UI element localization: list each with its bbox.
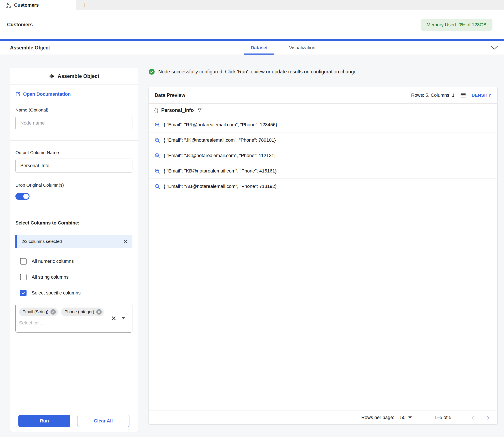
- clear-selection-icon[interactable]: ✕: [123, 238, 128, 245]
- name-field-label: Name (Optional): [15, 108, 132, 113]
- next-page-button[interactable]: ›: [487, 414, 489, 421]
- workflow-icon: [6, 2, 11, 8]
- config-actions: Run Clear All: [18, 415, 129, 427]
- checkbox-box[interactable]: [20, 274, 27, 280]
- preview-meta: Rows: 5, Columns: 1 DENSITY: [411, 92, 491, 98]
- results-column: Node successfully configured. Click 'Run…: [148, 68, 498, 425]
- browser-tab-bar: Customers +: [0, 0, 504, 10]
- assemble-object-config-panel: Assemble Object Open Documentation Name …: [10, 68, 138, 432]
- zoom-in-icon[interactable]: [154, 137, 160, 143]
- combine-columns-label: Select Columns to Combine:: [15, 220, 132, 226]
- node-name-input[interactable]: [15, 116, 132, 130]
- divider: [10, 210, 138, 210]
- tab-dataset[interactable]: Dataset: [244, 41, 274, 55]
- drop-original-toggle[interactable]: [15, 193, 29, 200]
- output-column-label: Output Column Name: [15, 150, 132, 155]
- workflow-tab[interactable]: Customers: [0, 0, 76, 10]
- checkbox-select-specific[interactable]: Select specific columns: [15, 288, 132, 298]
- config-panel-header: Assemble Object: [10, 68, 138, 85]
- main-content: Assemble Object Open Documentation Name …: [0, 55, 504, 437]
- rows-columns-count: Rows: 5, Columns: 1: [411, 92, 455, 98]
- config-panel-title: Assemble Object: [58, 73, 99, 79]
- success-check-icon: [148, 69, 155, 75]
- tab-dataset-label: Dataset: [251, 45, 268, 50]
- pager: ‹ ›: [472, 414, 489, 421]
- multiselect-caret-icon[interactable]: [122, 317, 125, 319]
- workflow-tab-label: Customers: [14, 2, 39, 8]
- new-tab-button[interactable]: +: [76, 0, 94, 10]
- table-row[interactable]: { "Email": "RR@notarealemail.com", "Phon…: [149, 117, 497, 132]
- toolbar: Assemble Object Dataset Visualization: [0, 41, 504, 55]
- clear-all-chips-icon[interactable]: ✕: [111, 315, 116, 322]
- column-select-section: Select Columns to Combine: 2/2 columns s…: [10, 220, 138, 333]
- data-preview-header: Data Preview Rows: 5, Columns: 1 DENSITY: [149, 87, 497, 103]
- checkbox-label: Select specific columns: [32, 290, 81, 296]
- data-preview-title: Data Preview: [155, 92, 185, 98]
- open-documentation-link[interactable]: Open Documentation: [15, 91, 71, 97]
- node-panel-label: Assemble Object: [0, 41, 66, 55]
- rows-per-page-select[interactable]: 50: [400, 415, 412, 420]
- rows-per-page-value: 50: [400, 415, 405, 420]
- table-row[interactable]: { "Email": "JK@notarealemail.com", "Phon…: [149, 132, 497, 148]
- cell-value: { "Email": "AB@notarealemail.com", "Phon…: [164, 184, 277, 189]
- checkbox-box[interactable]: [20, 290, 27, 296]
- tab-visualization[interactable]: Visualization: [283, 41, 322, 55]
- zoom-in-icon[interactable]: [154, 122, 160, 128]
- output-column-input[interactable]: [15, 159, 132, 173]
- chevron-down-icon: [490, 46, 498, 50]
- node-status-message: Node successfully configured. Click 'Run…: [148, 69, 498, 75]
- page-header: Customers Memory Used: 0% of 128GB: [0, 10, 504, 39]
- table-column-header[interactable]: { } Personal_Info: [149, 103, 497, 117]
- page-title-pane: Customers: [0, 10, 46, 39]
- zoom-in-icon[interactable]: [154, 168, 160, 174]
- remove-chip-icon[interactable]: ×: [96, 309, 102, 315]
- zoom-in-icon[interactable]: [154, 153, 160, 159]
- table-row[interactable]: { "Email": "KB@notarealemail.com", "Phon…: [149, 163, 497, 179]
- assemble-object-icon: [48, 73, 54, 79]
- filter-icon[interactable]: [197, 108, 202, 113]
- zoom-in-icon[interactable]: [154, 183, 160, 189]
- column-multiselect[interactable]: Email (String) × Phone (Integer) × Selec…: [15, 304, 132, 333]
- chip-label: Email (String): [22, 309, 48, 314]
- remove-chip-icon[interactable]: ×: [50, 309, 56, 315]
- clear-all-button[interactable]: Clear All: [77, 415, 130, 427]
- tab-visualization-label: Visualization: [289, 45, 315, 50]
- page-title: Customers: [7, 22, 33, 28]
- cell-value: { "Email": "JC@notarealemail.com", "Phon…: [164, 153, 276, 158]
- checkbox-label: All numeric columns: [32, 258, 74, 264]
- checkbox-label: All string columns: [32, 274, 68, 280]
- multiselect-placeholder: Select col...: [19, 319, 43, 326]
- pagination-footer: Rows per page: 50 1–5 of 5 ‹ ›: [149, 410, 497, 424]
- column-name: Personal_Info: [161, 108, 194, 113]
- memory-usage-badge: Memory Used: 0% of 128GB: [421, 19, 493, 30]
- cell-value: { "Email": "RR@notarealemail.com", "Phon…: [164, 122, 277, 128]
- checkbox-all-string[interactable]: All string columns: [15, 272, 132, 282]
- plus-icon: +: [83, 1, 87, 9]
- chip-label: Phone (Integer): [64, 309, 94, 314]
- checkbox-box[interactable]: [20, 258, 27, 265]
- density-button[interactable]: DENSITY: [472, 93, 491, 98]
- density-icon[interactable]: [460, 93, 466, 98]
- cell-value: { "Email": "JK@notarealemail.com", "Phon…: [164, 137, 276, 143]
- node-panel-label-text: Assemble Object: [10, 45, 50, 51]
- selected-columns-count: 2/2 columns selected: [22, 239, 62, 244]
- open-documentation-label: Open Documentation: [23, 91, 71, 97]
- checkbox-all-numeric[interactable]: All numeric columns: [15, 256, 132, 266]
- collapse-panel-button[interactable]: [490, 46, 498, 50]
- external-link-icon: [15, 92, 20, 97]
- run-button[interactable]: Run: [18, 415, 70, 427]
- toggle-knob: [23, 194, 29, 199]
- column-chip-email: Email (String) ×: [19, 308, 58, 316]
- previous-page-button[interactable]: ‹: [472, 414, 474, 421]
- row-range-label: 1–5 of 5: [434, 415, 451, 420]
- object-type-icon: { }: [154, 107, 158, 113]
- cell-value: { "Email": "KB@notarealemail.com", "Phon…: [164, 168, 277, 174]
- table-row[interactable]: { "Email": "AB@notarealemail.com", "Phon…: [149, 179, 497, 194]
- selected-columns-banner: 2/2 columns selected ✕: [15, 235, 132, 248]
- status-text: Node successfully configured. Click 'Run…: [158, 69, 358, 75]
- caret-down-icon: [408, 417, 412, 419]
- data-preview-card: Data Preview Rows: 5, Columns: 1 DENSITY…: [148, 87, 498, 425]
- table-row[interactable]: { "Email": "JC@notarealemail.com", "Phon…: [149, 148, 497, 163]
- drop-original-label: Drop Original Column(s): [15, 183, 132, 188]
- rows-per-page-label: Rows per page:: [361, 415, 394, 420]
